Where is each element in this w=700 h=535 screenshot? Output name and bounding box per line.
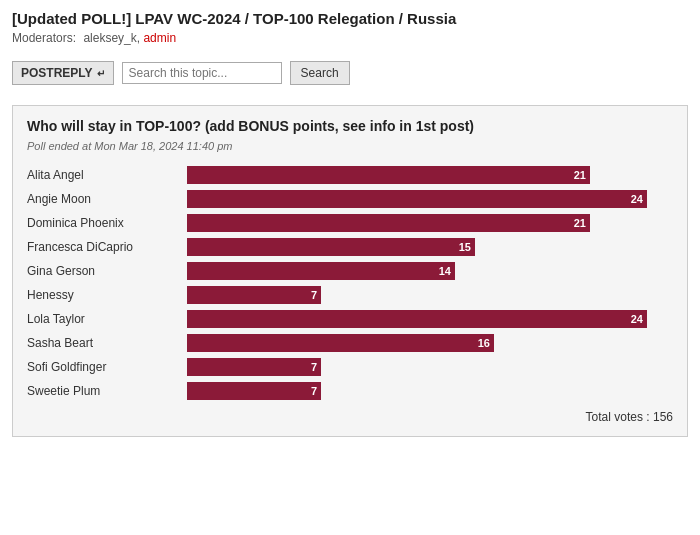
poll-candidate-name: Sofi Goldfinger [27,360,187,374]
poll-candidate-name: Henessy [27,288,187,302]
moderators-label: Moderators: [12,31,76,45]
moderator2-link[interactable]: admin [143,31,176,45]
poll-bar-container: 24 [187,310,673,328]
poll-candidate-name: Sweetie Plum [27,384,187,398]
post-reply-label: POSTREPLY [21,66,93,80]
poll-bar-container: 16 [187,334,673,352]
poll-row: Angie Moon24 [27,190,673,208]
poll-bar-container: 15 [187,238,673,256]
poll-rows: Alita Angel21Angie Moon24Dominica Phoeni… [27,166,673,400]
poll-bar-value: 24 [631,313,643,325]
moderators-line: Moderators: aleksey_k, admin [12,31,688,45]
poll-row: Henessy7 [27,286,673,304]
poll-bar: 7 [187,382,321,400]
poll-row: Gina Gerson14 [27,262,673,280]
poll-candidate-name: Angie Moon [27,192,187,206]
poll-bar-value: 16 [478,337,490,349]
poll-candidate-name: Francesca DiCaprio [27,240,187,254]
search-input[interactable] [122,62,282,84]
poll-bar: 7 [187,358,321,376]
poll-candidate-name: Sasha Beart [27,336,187,350]
poll-row: Sweetie Plum7 [27,382,673,400]
poll-candidate-name: Lola Taylor [27,312,187,326]
toolbar: POSTREPLY ↵ Search [12,55,688,91]
poll-candidate-name: Alita Angel [27,168,187,182]
poll-row: Dominica Phoenix21 [27,214,673,232]
poll-bar-value: 24 [631,193,643,205]
reply-arrow-icon: ↵ [97,68,105,79]
poll-bar-container: 7 [187,286,673,304]
poll-row: Alita Angel21 [27,166,673,184]
poll-bar: 21 [187,214,590,232]
poll-bar-value: 14 [439,265,451,277]
poll-bar-value: 21 [574,169,586,181]
poll-container: Who will stay in TOP-100? (add BONUS poi… [12,105,688,437]
post-reply-button[interactable]: POSTREPLY ↵ [12,61,114,85]
poll-question: Who will stay in TOP-100? (add BONUS poi… [27,118,673,134]
poll-bar-container: 7 [187,382,673,400]
poll-row: Sofi Goldfinger7 [27,358,673,376]
poll-ended-text: Poll ended at Mon Mar 18, 2024 11:40 pm [27,140,673,152]
poll-bar-value: 7 [311,385,317,397]
poll-candidate-name: Dominica Phoenix [27,216,187,230]
poll-bar-value: 7 [311,361,317,373]
poll-bar: 16 [187,334,494,352]
moderator1: aleksey_k [83,31,136,45]
poll-row: Sasha Beart16 [27,334,673,352]
poll-bar-value: 21 [574,217,586,229]
poll-total: Total votes : 156 [27,410,673,424]
search-button[interactable]: Search [290,61,350,85]
poll-bar-value: 15 [459,241,471,253]
poll-bar-container: 21 [187,214,673,232]
poll-bar: 24 [187,190,647,208]
poll-bar-value: 7 [311,289,317,301]
poll-bar-container: 14 [187,262,673,280]
poll-row: Lola Taylor24 [27,310,673,328]
poll-bar: 21 [187,166,590,184]
poll-bar: 7 [187,286,321,304]
poll-bar: 24 [187,310,647,328]
page-wrapper: [Updated POLL!] LPAV WC-2024 / TOP-100 R… [0,0,700,447]
poll-bar-container: 21 [187,166,673,184]
page-title: [Updated POLL!] LPAV WC-2024 / TOP-100 R… [12,10,688,27]
poll-bar: 15 [187,238,475,256]
poll-bar-container: 7 [187,358,673,376]
poll-bar: 14 [187,262,455,280]
poll-row: Francesca DiCaprio15 [27,238,673,256]
poll-bar-container: 24 [187,190,673,208]
poll-candidate-name: Gina Gerson [27,264,187,278]
